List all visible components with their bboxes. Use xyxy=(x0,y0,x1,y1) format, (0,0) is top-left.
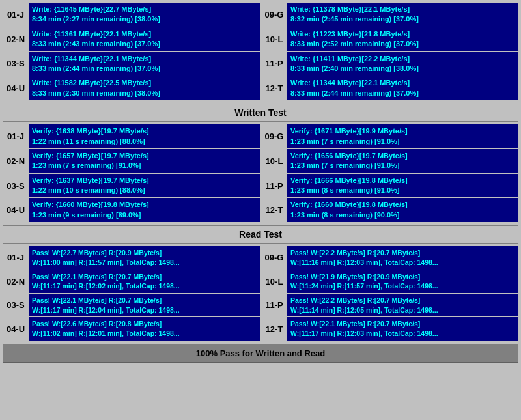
main-container: 01-J Write: {11645 MByte}[22.7 MByte/s] … xyxy=(0,0,521,365)
row-id: 09-G xyxy=(261,124,287,148)
row-id: 03-S xyxy=(3,52,29,76)
verify-cell: Verify: {1656 MByte}[19.7 MByte/s] 1:23 … xyxy=(287,149,518,173)
table-row: 01-J Pass! W:[22.7 MByte/s] R:[20.9 MByt… xyxy=(3,246,260,269)
verify-cell: Verify: {1660 MByte}[19.8 MByte/s] 1:23 … xyxy=(29,198,260,222)
row-id: 12-T xyxy=(261,198,287,222)
row-id: 10-L xyxy=(261,149,287,173)
table-row: 04-U Verify: {1660 MByte}[19.8 MByte/s] … xyxy=(3,198,260,222)
write-section: 01-J Write: {11645 MByte}[22.7 MByte/s] … xyxy=(3,3,518,101)
verify-right-col: 09-G Verify: {1671 MByte}[19.9 MByte/s] … xyxy=(261,124,518,223)
row-id: 01-J xyxy=(3,246,29,269)
table-row: 09-G Pass! W:[22.2 MByte/s] R:[20.7 MByt… xyxy=(261,246,518,269)
table-row: 01-J Write: {11645 MByte}[22.7 MByte/s] … xyxy=(3,3,260,27)
row-id: 01-J xyxy=(3,3,29,27)
verify-cell: Verify: {1637 MByte}[19.7 MByte/s] 1:22 … xyxy=(29,174,260,198)
row-id: 03-S xyxy=(3,174,29,198)
verify-cell: Verify: {1660 MByte}[19.8 MByte/s] 1:23 … xyxy=(287,198,518,222)
row-id: 04-U xyxy=(3,317,29,340)
row-id: 02-N xyxy=(3,270,29,293)
write-cell: Write: {11411 MByte}[22.2 MByte/s] 8:33 … xyxy=(287,52,518,76)
write-cell: Write: {11344 MByte}[22.1 MByte/s] 8:33 … xyxy=(287,76,518,100)
verify-section: 01-J Verify: {1638 MByte}[19.7 MByte/s] … xyxy=(3,124,518,223)
row-id: 12-T xyxy=(261,317,287,340)
row-id: 04-U xyxy=(3,76,29,100)
pass-cell: Pass! W:[22.1 MByte/s] R:[20.7 MByte/s] … xyxy=(29,294,260,316)
write-left-col: 01-J Write: {11645 MByte}[22.7 MByte/s] … xyxy=(3,3,260,101)
write-right-col: 09-G Write: {11378 MByte}[22.1 MByte/s] … xyxy=(261,3,518,101)
write-cell: Write: {11378 MByte}[22.1 MByte/s] 8:32 … xyxy=(287,3,518,27)
row-id: 02-N xyxy=(3,149,29,173)
table-row: 03-S Verify: {1637 MByte}[19.7 MByte/s] … xyxy=(3,174,260,198)
write-cell: Write: {11223 MByte}[21.8 MByte/s] 8:33 … xyxy=(287,27,518,51)
pass-cell: Pass! W:[22.7 MByte/s] R:[20.9 MByte/s] … xyxy=(29,246,260,269)
pass-cell: Pass! W:[22.1 MByte/s] R:[20.7 MByte/s] … xyxy=(29,270,260,293)
write-cell: Write: {11645 MByte}[22.7 MByte/s] 8:34 … xyxy=(29,3,260,27)
row-id: 11-P xyxy=(261,294,287,316)
pass-cell: Pass! W:[22.6 MByte/s] R:[20.8 MByte/s] … xyxy=(29,317,260,340)
written-test-header: Written Test xyxy=(3,104,518,122)
footer-status: 100% Pass for Written and Read xyxy=(3,344,518,363)
table-row: 10-L Pass! W:[21.9 MByte/s] R:[20.9 MByt… xyxy=(261,270,518,293)
row-id: 03-S xyxy=(3,294,29,316)
write-cell: Write: {11344 MByte}[22.1 MByte/s] 8:33 … xyxy=(29,52,260,76)
row-id: 11-P xyxy=(261,52,287,76)
read-left-col: 01-J Pass! W:[22.7 MByte/s] R:[20.9 MByt… xyxy=(3,246,260,341)
table-row: 02-N Write: {11361 MByte}[22.1 MByte/s] … xyxy=(3,27,260,51)
row-id: 12-T xyxy=(261,76,287,100)
table-row: 04-U Write: {11582 MByte}[22.5 MByte/s] … xyxy=(3,76,260,100)
read-section: 01-J Pass! W:[22.7 MByte/s] R:[20.9 MByt… xyxy=(3,246,518,341)
row-id: 09-G xyxy=(261,3,287,27)
table-row: 12-T Write: {11344 MByte}[22.1 MByte/s] … xyxy=(261,76,518,100)
pass-cell: Pass! W:[22.2 MByte/s] R:[20.7 MByte/s] … xyxy=(287,246,518,269)
verify-cell: Verify: {1671 MByte}[19.9 MByte/s] 1:23 … xyxy=(287,124,518,148)
table-row: 03-S Pass! W:[22.1 MByte/s] R:[20.7 MByt… xyxy=(3,294,260,316)
table-row: 12-T Pass! W:[22.1 MByte/s] R:[20.7 MByt… xyxy=(261,317,518,340)
verify-cell: Verify: {1666 MByte}[19.8 MByte/s] 1:23 … xyxy=(287,174,518,198)
table-row: 03-S Write: {11344 MByte}[22.1 MByte/s] … xyxy=(3,52,260,76)
row-id: 02-N xyxy=(3,27,29,51)
table-row: 09-G Write: {11378 MByte}[22.1 MByte/s] … xyxy=(261,3,518,27)
write-cell: Write: {11582 MByte}[22.5 MByte/s] 8:33 … xyxy=(29,76,260,100)
write-cell: Write: {11361 MByte}[22.1 MByte/s] 8:33 … xyxy=(29,27,260,51)
table-row: 10-L Write: {11223 MByte}[21.8 MByte/s] … xyxy=(261,27,518,51)
pass-cell: Pass! W:[22.2 MByte/s] R:[20.7 MByte/s] … xyxy=(287,294,518,316)
verify-left-col: 01-J Verify: {1638 MByte}[19.7 MByte/s] … xyxy=(3,124,260,223)
row-id: 10-L xyxy=(261,27,287,51)
verify-cell: Verify: {1657 MByte}[19.7 MByte/s] 1:23 … xyxy=(29,149,260,173)
verify-cell: Verify: {1638 MByte}[19.7 MByte/s] 1:22 … xyxy=(29,124,260,148)
table-row: 12-T Verify: {1660 MByte}[19.8 MByte/s] … xyxy=(261,198,518,222)
row-id: 04-U xyxy=(3,198,29,222)
table-row: 11-P Pass! W:[22.2 MByte/s] R:[20.7 MByt… xyxy=(261,294,518,316)
table-row: 09-G Verify: {1671 MByte}[19.9 MByte/s] … xyxy=(261,124,518,148)
table-row: 11-P Write: {11411 MByte}[22.2 MByte/s] … xyxy=(261,52,518,76)
row-id: 01-J xyxy=(3,124,29,148)
row-id: 10-L xyxy=(261,270,287,293)
table-row: 02-N Pass! W:[22.1 MByte/s] R:[20.7 MByt… xyxy=(3,270,260,293)
row-id: 09-G xyxy=(261,246,287,269)
row-id: 11-P xyxy=(261,174,287,198)
table-row: 01-J Verify: {1638 MByte}[19.7 MByte/s] … xyxy=(3,124,260,148)
pass-cell: Pass! W:[22.1 MByte/s] R:[20.7 MByte/s] … xyxy=(287,317,518,340)
table-row: 11-P Verify: {1666 MByte}[19.8 MByte/s] … xyxy=(261,174,518,198)
pass-cell: Pass! W:[21.9 MByte/s] R:[20.9 MByte/s] … xyxy=(287,270,518,293)
table-row: 04-U Pass! W:[22.6 MByte/s] R:[20.8 MByt… xyxy=(3,317,260,340)
read-right-col: 09-G Pass! W:[22.2 MByte/s] R:[20.7 MByt… xyxy=(261,246,518,341)
table-row: 02-N Verify: {1657 MByte}[19.7 MByte/s] … xyxy=(3,149,260,173)
read-test-header: Read Test xyxy=(3,225,518,244)
table-row: 10-L Verify: {1656 MByte}[19.7 MByte/s] … xyxy=(261,149,518,173)
